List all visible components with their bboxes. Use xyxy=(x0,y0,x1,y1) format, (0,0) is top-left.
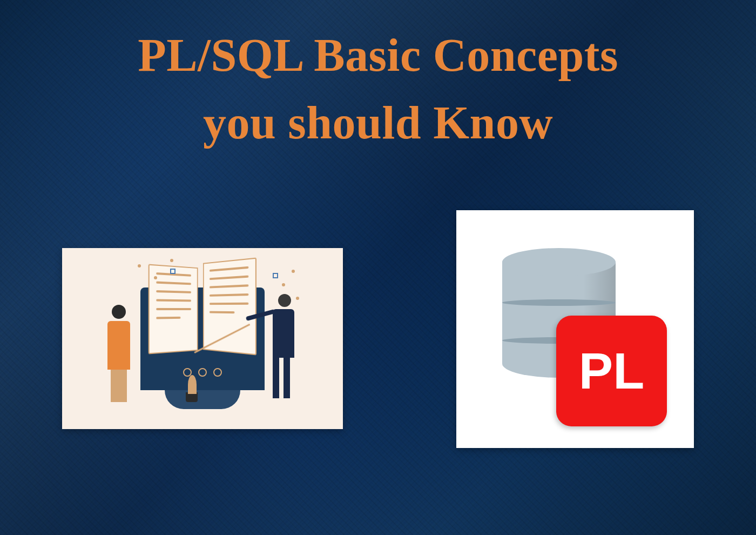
monitor-icon xyxy=(140,287,265,390)
main-title: PL/SQL Basic Concepts you should Know xyxy=(0,0,756,156)
database-pl-card: PL xyxy=(456,210,694,448)
learning-illustration-card xyxy=(62,248,343,429)
pl-badge-label: PL xyxy=(579,342,644,400)
person-man-icon xyxy=(267,294,305,402)
plant-icon xyxy=(184,375,200,402)
cards-row: PL xyxy=(0,248,756,448)
title-line-1: PL/SQL Basic Concepts xyxy=(0,22,756,89)
title-line-2: you should Know xyxy=(0,89,756,157)
person-woman-icon xyxy=(103,305,135,402)
pl-badge: PL xyxy=(556,316,667,426)
